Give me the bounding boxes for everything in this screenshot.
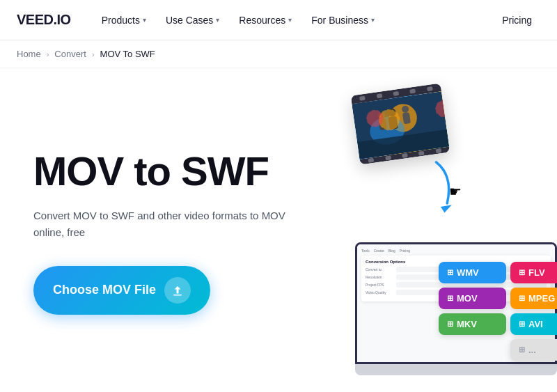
screen-label: Resolution <box>366 275 393 279</box>
left-content: MOV to SWF Convert MOV to SWF and other … <box>33 149 354 315</box>
arrow-icon <box>413 153 471 220</box>
svg-rect-10 <box>379 118 387 130</box>
video-icon: ⊞ <box>447 320 453 329</box>
video-icon: ⊞ <box>519 320 525 329</box>
film-hole <box>376 93 382 98</box>
svg-marker-11 <box>439 202 452 214</box>
video-icon: ⊞ <box>519 268 525 277</box>
chevron-down-icon: ▾ <box>143 16 146 24</box>
svg-rect-6 <box>388 116 398 130</box>
hero-title: MOV to SWF <box>33 149 354 194</box>
film-hole <box>410 89 416 94</box>
logo[interactable]: VEED.IO <box>17 12 71 28</box>
laptop-base <box>355 364 557 375</box>
svg-point-3 <box>368 114 407 147</box>
screen-tabs: Tools Create Blog Pricing <box>361 249 551 253</box>
nav-item-resources[interactable]: Resources ▾ <box>230 10 300 30</box>
svg-point-5 <box>387 108 397 118</box>
film-hole <box>435 148 441 153</box>
film-strip <box>351 83 450 164</box>
nav-item-use-cases[interactable]: Use Cases ▾ <box>157 10 228 30</box>
screen-label: Project FPS <box>366 283 393 287</box>
breadcrumb-convert[interactable]: Convert <box>54 49 86 59</box>
film-hole <box>427 86 433 91</box>
format-grid: ⊞ WMV ⊞ FLV ⊞ MOV ⊞ MPEG ⊞ MKV ⊞ AVI <box>439 262 557 361</box>
screen-label: Video Quality <box>366 290 393 295</box>
svg-rect-0 <box>173 295 182 296</box>
video-icon: ⊞ <box>447 294 453 303</box>
chevron-right-icon: › <box>92 50 95 58</box>
format-avi[interactable]: ⊞ AVI <box>510 313 557 335</box>
main-content: MOV to SWF Convert MOV to SWF and other … <box>0 68 557 382</box>
film-hole <box>359 96 366 101</box>
breadcrumb-current: MOV To SWF <box>100 49 155 59</box>
breadcrumb: Home › Convert › MOV To SWF <box>0 40 557 68</box>
video-icon: ⊞ <box>519 345 525 354</box>
chevron-down-icon: ▾ <box>288 16 292 24</box>
svg-point-9 <box>377 111 385 119</box>
format-wmv[interactable]: ⊞ WMV <box>439 262 506 283</box>
hero-subtitle: Convert MOV to SWF and other video forma… <box>33 207 298 241</box>
screen-label: Convert to <box>366 267 393 272</box>
film-hole <box>393 91 399 96</box>
video-icon: ⊞ <box>447 268 453 277</box>
film-hole <box>368 158 375 163</box>
chevron-down-icon: ▾ <box>216 16 219 24</box>
chevron-right-icon: › <box>47 50 49 58</box>
format-mov[interactable]: ⊞ MOV <box>439 288 506 309</box>
nav-item-for-business[interactable]: For Business ▾ <box>303 10 383 30</box>
format-more[interactable]: ⊞ ... <box>510 339 557 361</box>
nav-item-products[interactable]: Products ▾ <box>93 10 155 30</box>
navbar: VEED.IO Products ▾ Use Cases ▾ Resources… <box>0 0 557 40</box>
film-hole <box>418 151 425 156</box>
right-illustration: ☛ Tools Create Blog Pricing Conversion O… <box>327 75 557 382</box>
svg-point-2 <box>387 102 418 134</box>
video-icon: ⊞ <box>519 294 525 303</box>
film-hole <box>402 153 408 158</box>
svg-rect-8 <box>402 112 411 124</box>
format-mkv[interactable]: ⊞ MKV <box>439 313 506 335</box>
film-hole <box>385 155 391 160</box>
upload-icon <box>164 277 191 304</box>
nav-items: Products ▾ Use Cases ▾ Resources ▾ For B… <box>93 10 540 30</box>
format-flv[interactable]: ⊞ FLV <box>510 262 557 283</box>
format-mpeg[interactable]: ⊞ MPEG <box>510 288 557 309</box>
svg-point-7 <box>401 105 409 113</box>
chevron-down-icon: ▾ <box>371 16 375 24</box>
nav-item-pricing[interactable]: Pricing <box>494 10 540 30</box>
breadcrumb-home[interactable]: Home <box>17 49 41 59</box>
choose-mov-file-button[interactable]: Choose MOV File <box>33 266 210 315</box>
